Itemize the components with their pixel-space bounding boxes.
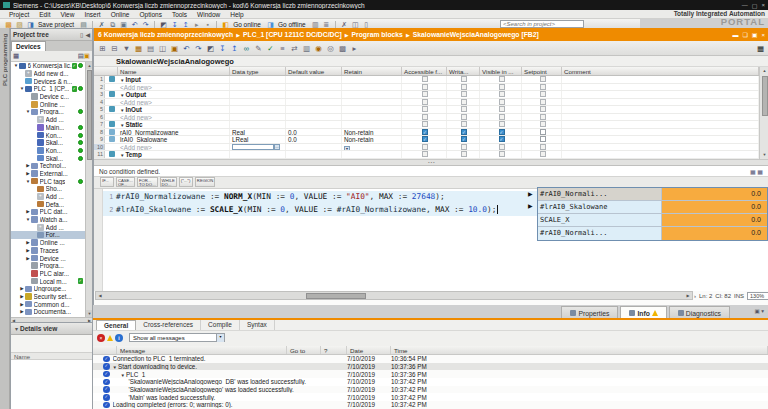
network-icon[interactable]: ≡ <box>278 44 287 53</box>
message-row[interactable]: ✓▼PLC_17/10/201910:37:36 PM <box>93 370 768 378</box>
checkbox[interactable] <box>540 121 546 127</box>
message-row[interactable]: ✓Loading completed (errors: 0; warnings:… <box>93 401 768 409</box>
checkbox[interactable] <box>422 114 428 120</box>
menu-window[interactable]: Window <box>192 11 225 18</box>
editor-options-icon[interactable]: ▦ <box>756 44 765 53</box>
tree-item[interactable]: Progra... <box>11 262 92 270</box>
tree-item[interactable]: +Add ... <box>11 223 92 231</box>
snippet-button[interactable]: FOR... TO DO... <box>137 177 158 187</box>
tree-item[interactable]: PLC alar... <box>11 270 92 278</box>
keep-values-icon[interactable]: ▦ <box>134 44 143 53</box>
default-value-cell[interactable]: 0.0 <box>286 136 342 143</box>
checkbox[interactable] <box>540 84 546 90</box>
editor-maximize-icon[interactable]: ▣ <box>752 31 758 38</box>
name-cell[interactable]: ▼Static <box>118 121 230 128</box>
checkbox-cell[interactable]: ✓ <box>447 129 480 136</box>
retain-cell[interactable] <box>342 76 402 83</box>
search-input[interactable] <box>500 20 584 28</box>
tree-item[interactable]: +Add new d... <box>11 70 92 78</box>
details-view-header[interactable]: ▾ Details view <box>11 323 92 335</box>
checkbox-cell[interactable] <box>522 151 562 158</box>
comment-cell[interactable] <box>562 114 759 121</box>
column-header-Message[interactable]: Message <box>117 346 287 354</box>
expand-icon[interactable]: ▸ <box>350 44 359 53</box>
tree-item[interactable]: Sho... <box>11 185 92 193</box>
column-header-Name[interactable]: Name <box>118 67 230 75</box>
checkbox[interactable] <box>422 144 428 150</box>
name-cell[interactable]: rAI0_Normalizowane <box>118 129 230 136</box>
editor-close-icon[interactable]: × <box>761 32 765 38</box>
default-value-cell[interactable] <box>286 76 342 83</box>
message-row[interactable]: ✓'SkalowanieWejsciaAnalogowego' was load… <box>93 386 768 394</box>
menu-edit[interactable]: Edit <box>34 11 55 18</box>
data-type-combo[interactable]: … <box>232 144 280 150</box>
tree-item[interactable]: Kon... <box>11 147 92 155</box>
default-value-cell[interactable] <box>286 91 342 98</box>
data-type-cell[interactable]: LReal <box>230 136 286 143</box>
checkbox-checked[interactable]: ✓ <box>461 129 467 135</box>
checkbox-checked[interactable]: ✓ <box>422 129 428 135</box>
tab-diagnostics[interactable]: Diagnostics <box>669 306 730 318</box>
column-header-gutter[interactable] <box>94 67 118 75</box>
interface-row[interactable]: 11▼Temp <box>94 151 759 159</box>
checkbox-cell[interactable] <box>522 144 562 151</box>
snippet-button[interactable]: REGION <box>195 177 216 187</box>
menu-online[interactable]: Online <box>106 11 135 18</box>
checkbox-cell[interactable] <box>522 76 562 83</box>
checkbox-checked[interactable]: ✓ <box>422 136 428 142</box>
checkbox[interactable] <box>461 76 467 82</box>
tree-item[interactable]: ▼PLC_1 [CP...✓ <box>11 85 92 93</box>
tree-item[interactable]: Online ... <box>11 100 92 108</box>
column-header-Date[interactable]: Date <box>347 346 391 354</box>
tree-item[interactable]: ▼6 Konwersja lic...✓ <box>11 62 92 70</box>
expander-icon[interactable]: ▼ <box>113 365 117 370</box>
message-row[interactable]: ✓Connection to PLC_1 terminated.7/10/201… <box>93 355 768 363</box>
checkbox-cell[interactable] <box>522 91 562 98</box>
default-value-cell[interactable] <box>286 151 342 158</box>
checkbox-cell[interactable] <box>402 151 447 158</box>
retain-cell[interactable] <box>342 114 402 121</box>
interface-row[interactable]: 8rAI0_NormalizowaneReal0.0Non-retain✓✓✓ <box>94 129 759 137</box>
checkbox[interactable] <box>499 114 505 120</box>
interface-row[interactable]: 5▼InOut <box>94 106 759 114</box>
menu-help[interactable]: Help <box>225 11 248 18</box>
checkbox[interactable] <box>422 76 428 82</box>
data-type-cell[interactable] <box>230 99 286 106</box>
settings-icon[interactable]: ▩ <box>338 44 347 53</box>
checkbox[interactable] <box>540 144 546 150</box>
checkbox-cell[interactable]: ✓ <box>480 129 522 136</box>
reset-icon[interactable]: ↶ <box>182 44 191 53</box>
message-row[interactable]: ✓▼Start downloading to device.7/10/20191… <box>93 363 768 371</box>
editor-minimize-icon[interactable]: ▬ <box>732 32 738 38</box>
checkbox[interactable] <box>540 114 546 120</box>
checkbox-cell[interactable] <box>522 106 562 113</box>
data-type-cell[interactable] <box>230 84 286 91</box>
checkbox[interactable] <box>461 151 467 157</box>
checkbox-cell[interactable] <box>447 151 480 158</box>
watch-row[interactable]: #rAI0_Normali...0.0 <box>538 227 767 240</box>
checkbox[interactable] <box>499 151 505 157</box>
checkbox-cell[interactable] <box>402 91 447 98</box>
tree-item[interactable]: ▼PLC tags <box>11 177 92 185</box>
column-header-Retain[interactable]: Retain <box>342 67 402 75</box>
data-type-cell[interactable]: … <box>230 144 286 151</box>
name-cell[interactable]: <Add new> <box>118 84 230 91</box>
checkbox-cell[interactable] <box>447 84 480 91</box>
column-header-Accessible f...[interactable]: Accessible f... <box>402 67 447 75</box>
comment-cell[interactable] <box>562 144 759 151</box>
tree-item[interactable]: Devices & n... <box>11 77 92 85</box>
name-cell[interactable]: <Add new> <box>118 144 230 151</box>
checkbox[interactable] <box>461 91 467 97</box>
interface-row[interactable]: 9lrAI0_SkalowaneLReal0.0Non-retain✓✓✓ <box>94 136 759 144</box>
checkbox[interactable] <box>499 91 505 97</box>
menu-insert[interactable]: Insert <box>79 11 105 18</box>
breadcrumb-item[interactable]: Program blocks <box>352 31 403 38</box>
retain-cell[interactable]: ▼ <box>342 144 402 151</box>
snippet-button[interactable]: CASE... OF... <box>116 177 135 187</box>
panel-control-icons[interactable]: ▣ ▾ <box>755 308 765 314</box>
checkbox-cell[interactable] <box>447 91 480 98</box>
checkbox-cell[interactable] <box>480 106 522 113</box>
retain-cell[interactable] <box>342 121 402 128</box>
scroll-down-icon[interactable]: ▼ <box>760 151 768 159</box>
go-online-icon-label[interactable]: Go online <box>233 21 261 28</box>
